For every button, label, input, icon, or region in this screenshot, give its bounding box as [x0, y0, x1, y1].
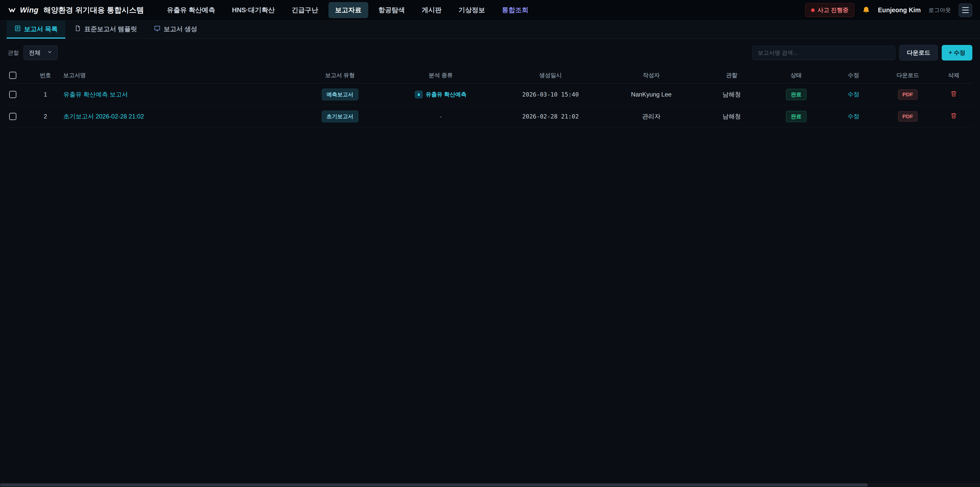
template-file-icon: [75, 25, 81, 33]
jurisdiction-value: 남해청: [697, 90, 766, 99]
table-header-row: 번호 보고서명 보고서 유형 분석 종류 생성일시 작성자 관할 상태 수정 다…: [7, 67, 973, 83]
col-header-type: 보고서 유형: [294, 72, 386, 79]
chevron-down-icon: [47, 49, 52, 56]
filter-toolbar: 관할 전체 다운로드 + 수정: [0, 39, 980, 65]
primary-nav: 유출유 확산예측 HNS·대기확산 긴급구난 보고자료 항공탐색 게시판 기상정…: [160, 2, 535, 18]
report-name-link[interactable]: 유출유 확산예측 보고서: [63, 91, 128, 98]
tab-report-create-label: 보고서 생성: [164, 25, 197, 33]
report-list-icon: [14, 25, 21, 33]
nav-item-aerial-search[interactable]: 항공탐색: [372, 2, 412, 18]
col-header-delete: 삭제: [935, 72, 973, 79]
tab-report-list[interactable]: 보고서 목록: [6, 21, 65, 38]
author-name: 관리자: [605, 112, 697, 121]
table-row: 2 초기보고서 2026-02-28 21:02 초기보고서 - 2026-02…: [7, 105, 973, 128]
tab-report-create[interactable]: 보고서 생성: [146, 21, 205, 38]
status-badge: 완료: [786, 89, 807, 100]
tab-standard-template[interactable]: 표준보고서 템플릿: [67, 21, 145, 38]
notification-bell-icon[interactable]: [862, 6, 870, 14]
droplet-icon: [415, 91, 423, 98]
user-name: Eunjeong Kim: [878, 6, 921, 14]
nav-item-integrated-search[interactable]: 통합조회: [495, 2, 535, 18]
status-badge: 완료: [786, 111, 807, 122]
created-datetime: 2026-03-10 15:40: [496, 91, 605, 98]
scrollbar-thumb[interactable]: [0, 484, 868, 487]
nav-item-hns-atmospheric[interactable]: HNS·대기확산: [225, 2, 282, 18]
delete-button[interactable]: [950, 112, 957, 120]
row-number: 2: [27, 113, 63, 120]
col-header-edit: 수정: [826, 72, 881, 79]
report-search-input[interactable]: [752, 46, 895, 60]
author-name: NanKyung Lee: [605, 91, 697, 98]
col-header-status: 상태: [766, 72, 826, 79]
report-type-badge: 예측보고서: [322, 89, 358, 101]
col-header-jurisdiction: 관할: [697, 72, 766, 79]
col-header-no: 번호: [27, 72, 63, 79]
logout-button[interactable]: 로그아웃: [928, 6, 951, 14]
table-row: 1 유출유 확산예측 보고서 예측보고서 유출유 확산예측 2026-03-10…: [7, 83, 973, 105]
row-checkbox[interactable]: [9, 113, 16, 120]
tab-standard-template-label: 표준보고서 템플릿: [84, 25, 137, 33]
app-title: 해양환경 위기대응 통합시스템: [44, 5, 144, 15]
report-type-badge: 초기보고서: [322, 110, 358, 122]
filter-right-group: 다운로드 + 수정: [752, 45, 972, 61]
col-header-created: 생성일시: [496, 72, 605, 79]
nav-item-weather-info[interactable]: 기상정보: [452, 2, 492, 18]
report-table: 번호 보고서명 보고서 유형 분석 종류 생성일시 작성자 관할 상태 수정 다…: [0, 65, 980, 128]
menu-hamburger-icon[interactable]: [959, 3, 972, 17]
col-header-analysis: 분석 종류: [386, 72, 496, 79]
jurisdiction-value: 남해청: [697, 112, 766, 121]
report-tabbar: 보고서 목록 표준보고서 템플릿 보고서 생성: [0, 21, 980, 39]
edit-link[interactable]: 수정: [848, 91, 859, 97]
horizontal-scrollbar[interactable]: [0, 483, 980, 487]
download-button[interactable]: 다운로드: [899, 45, 938, 61]
pdf-download-button[interactable]: PDF: [898, 89, 918, 100]
nav-item-reports[interactable]: 보고자료: [328, 2, 368, 18]
topnav-right-group: 사고 진행중 Eunjeong Kim 로그아웃: [805, 3, 972, 17]
tab-report-list-label: 보고서 목록: [24, 25, 58, 33]
delete-button[interactable]: [950, 90, 957, 98]
select-all-checkbox[interactable]: [9, 72, 16, 79]
edit-link[interactable]: 수정: [848, 113, 859, 120]
created-datetime: 2026-02-28 21:02: [496, 113, 605, 120]
col-header-author: 작성자: [605, 72, 697, 79]
report-name-link[interactable]: 초기보고서 2026-02-28 21:02: [63, 113, 144, 120]
top-navigation-bar: Wing 해양환경 위기대응 통합시스템 유출유 확산예측 HNS·대기확산 긴…: [0, 0, 980, 21]
row-number: 1: [27, 91, 63, 98]
jurisdiction-select-value: 전체: [29, 49, 41, 57]
analysis-type-label: 유출유 확산예측: [426, 91, 466, 98]
jurisdiction-select[interactable]: 전체: [24, 45, 58, 60]
row-checkbox[interactable]: [9, 91, 16, 98]
nav-item-oil-spill-prediction[interactable]: 유출유 확산예측: [160, 2, 222, 18]
app-logo[interactable]: Wing 해양환경 위기대응 통합시스템: [8, 5, 144, 15]
col-header-download: 다운로드: [881, 72, 935, 79]
col-header-name: 보고서명: [63, 72, 294, 79]
jurisdiction-filter-label: 관할: [8, 49, 19, 57]
incident-status-badge[interactable]: 사고 진행중: [805, 3, 854, 17]
wing-logo-icon: [8, 6, 16, 14]
pdf-download-button[interactable]: PDF: [898, 111, 918, 121]
nav-item-emergency-rescue[interactable]: 긴급구난: [285, 2, 325, 18]
nav-item-board[interactable]: 게시판: [415, 2, 449, 18]
incident-dot-icon: [811, 8, 815, 12]
create-button[interactable]: + 수정: [942, 45, 972, 61]
trash-icon: [950, 90, 957, 98]
analysis-type-label: -: [386, 113, 496, 120]
report-create-icon: [154, 25, 161, 33]
trash-icon: [950, 112, 957, 120]
logo-text: Wing: [20, 6, 38, 14]
incident-badge-label: 사고 진행중: [818, 6, 849, 14]
